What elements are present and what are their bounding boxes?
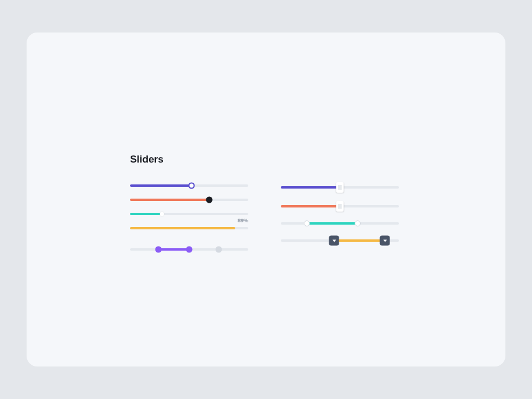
- slider-fill: [334, 239, 385, 242]
- slider-fill: [281, 186, 340, 189]
- slider[interactable]: [130, 246, 248, 253]
- slider-thumb[interactable]: [336, 201, 344, 212]
- slider-thumb[interactable]: [355, 220, 361, 226]
- slider-thumb[interactable]: [380, 236, 390, 246]
- slider[interactable]: [281, 182, 399, 193]
- slider-thumb[interactable]: [329, 236, 339, 246]
- slider[interactable]: [281, 220, 399, 227]
- slider[interactable]: [281, 235, 399, 246]
- slider-fill: [130, 199, 209, 201]
- slider-thumb[interactable]: [216, 246, 222, 253]
- slider-fill: [307, 222, 358, 225]
- slider-thumb[interactable]: [304, 220, 310, 226]
- slider-thumb[interactable]: [206, 197, 213, 203]
- slider-columns: 89%: [130, 182, 414, 260]
- component-card: Sliders 89%: [27, 33, 505, 366]
- slider-thumb[interactable]: [160, 212, 164, 216]
- slider[interactable]: [281, 201, 399, 212]
- section-title: Sliders: [130, 154, 414, 166]
- sliders-column-left: 89%: [130, 182, 248, 260]
- slider[interactable]: 89%: [130, 225, 248, 232]
- slider[interactable]: [130, 182, 248, 189]
- sliders-section: Sliders 89%: [130, 154, 414, 260]
- slider-fill: [281, 205, 340, 207]
- slider-fill: [130, 227, 235, 229]
- slider-value-label: 89%: [238, 218, 248, 223]
- slider[interactable]: [130, 210, 248, 218]
- slider[interactable]: [130, 196, 248, 203]
- slider-thumb[interactable]: [189, 183, 195, 189]
- slider-fill: [158, 248, 189, 251]
- slider-thumb[interactable]: [336, 182, 344, 193]
- sliders-column-right: [281, 182, 399, 260]
- slider-thumb[interactable]: [186, 246, 193, 253]
- slider-thumb[interactable]: [155, 246, 162, 253]
- slider-fill: [130, 184, 192, 187]
- slider-fill: [130, 213, 162, 215]
